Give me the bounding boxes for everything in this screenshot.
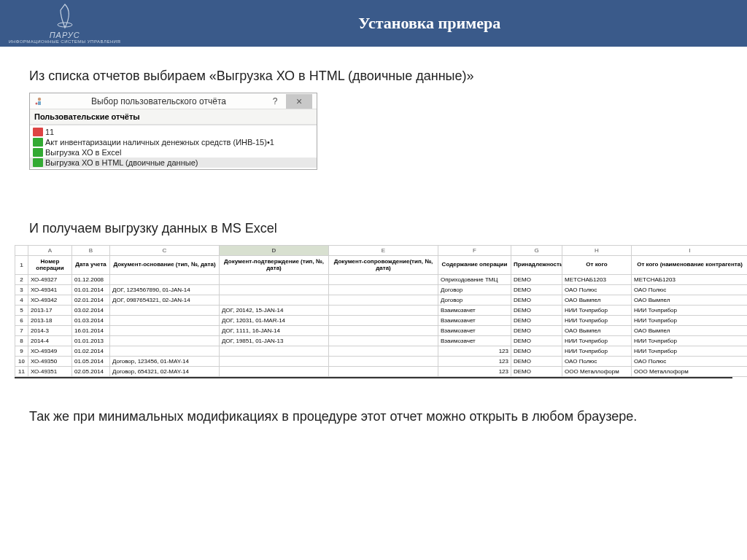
excel-cell[interactable]: DEMO: [511, 346, 562, 357]
excel-cell[interactable]: ОАО Полюс: [632, 357, 748, 367]
excel-cell[interactable]: [329, 357, 438, 367]
excel-cell[interactable]: НИИ Точприбор: [632, 336, 748, 346]
excel-cell[interactable]: 16.01.2014: [72, 326, 110, 336]
excel-cell[interactable]: Взаимозачет: [438, 336, 511, 346]
excel-cell[interactable]: 123: [438, 357, 511, 367]
excel-row-num[interactable]: 5: [15, 306, 28, 316]
excel-cell[interactable]: НИИ Точприбор: [632, 346, 748, 357]
excel-cell[interactable]: Взаимозачет: [438, 306, 511, 316]
excel-col-d[interactable]: D: [220, 246, 329, 256]
excel-cell[interactable]: ОАО Вымпел: [562, 295, 632, 306]
excel-cell[interactable]: ОАО Вымпел: [632, 326, 748, 336]
excel-cell[interactable]: МЕТСНАБ1203: [562, 275, 632, 285]
excel-cell[interactable]: 03.02.2014: [72, 306, 110, 316]
excel-cell[interactable]: ДОГ, 12031, 01-MAR-14: [220, 316, 329, 326]
excel-row-num[interactable]: 8: [15, 336, 28, 346]
excel-cell[interactable]: [220, 346, 329, 357]
excel-cell[interactable]: ОАО Полюс: [632, 285, 748, 295]
excel-cell[interactable]: DEMO: [511, 306, 562, 316]
excel-cell[interactable]: ОАО Вымпел: [562, 326, 632, 336]
excel-cell[interactable]: ОАО Полюс: [562, 285, 632, 295]
excel-cell[interactable]: ОАО Вымпел: [632, 295, 748, 306]
excel-cell[interactable]: ХО-49327: [28, 275, 72, 285]
excel-cell[interactable]: Договор: [438, 295, 511, 306]
dialog-close-button[interactable]: ×: [286, 94, 312, 109]
excel-cell[interactable]: Договор, 123456, 01-MAY-14: [110, 357, 220, 367]
excel-cell[interactable]: 123: [438, 367, 511, 377]
excel-cell[interactable]: [110, 346, 220, 357]
excel-col-f[interactable]: F: [438, 246, 511, 256]
excel-cell[interactable]: ООО Металлоформ: [632, 367, 748, 377]
excel-cell[interactable]: ХО-49350: [28, 357, 72, 367]
excel-cell[interactable]: 01.05.2014: [72, 357, 110, 367]
report-item[interactable]: Выгрузка ХО в Excel: [30, 147, 317, 158]
excel-cell[interactable]: [110, 326, 220, 336]
excel-cell[interactable]: [110, 336, 220, 346]
excel-cell[interactable]: ДОГ, 20142, 15-JAN-14: [220, 306, 329, 316]
excel-header-cell[interactable]: Документ-подтверждение (тип, №, дата): [220, 256, 329, 275]
excel-header-cell[interactable]: Принадлежность: [511, 256, 562, 275]
excel-row-num[interactable]: 3: [15, 285, 28, 295]
excel-cell[interactable]: НИИ Точприбор: [562, 346, 632, 357]
excel-header-cell[interactable]: Содержание операции: [438, 256, 511, 275]
excel-cell[interactable]: DEMO: [511, 275, 562, 285]
excel-row-num[interactable]: 9: [15, 346, 28, 357]
excel-row-num[interactable]: 11: [15, 367, 28, 377]
excel-cell[interactable]: [329, 275, 438, 285]
excel-cell[interactable]: [329, 316, 438, 326]
excel-cell[interactable]: [329, 336, 438, 346]
excel-row-num[interactable]: 2: [15, 275, 28, 285]
excel-row-num[interactable]: 10: [15, 357, 28, 367]
excel-cell[interactable]: [329, 326, 438, 336]
excel-cell[interactable]: ОАО Полюс: [562, 357, 632, 367]
excel-cell[interactable]: 01.01.2013: [72, 336, 110, 346]
report-item[interactable]: Акт инвентаризации наличных денежных сре…: [30, 137, 317, 147]
report-item-selected[interactable]: Выгрузка ХО в HTML (двоичные данные): [30, 158, 317, 168]
excel-cell[interactable]: 02.01.2014: [72, 295, 110, 306]
excel-col-h[interactable]: H: [562, 246, 632, 256]
excel-cell[interactable]: [329, 306, 438, 316]
excel-cell[interactable]: ДОГ, 1234567890, 01-JAN-14: [110, 285, 220, 295]
excel-cell[interactable]: ХО-49349: [28, 346, 72, 357]
excel-cell[interactable]: ХО-49351: [28, 367, 72, 377]
excel-cell[interactable]: DEMO: [511, 316, 562, 326]
excel-cell[interactable]: [220, 367, 329, 377]
excel-row-num[interactable]: 6: [15, 316, 28, 326]
excel-cell[interactable]: DEMO: [511, 336, 562, 346]
excel-cell[interactable]: НИИ Точприбор: [562, 336, 632, 346]
excel-cell[interactable]: 01.03.2014: [72, 316, 110, 326]
excel-header-cell[interactable]: Номер операции: [28, 256, 72, 275]
excel-cell[interactable]: 123: [438, 346, 511, 357]
excel-cell[interactable]: [110, 306, 220, 316]
excel-cell[interactable]: НИИ Точприбор: [632, 306, 748, 316]
excel-header-cell[interactable]: От кого: [562, 256, 632, 275]
excel-cell[interactable]: DEMO: [511, 285, 562, 295]
excel-col-i[interactable]: I: [632, 246, 748, 256]
excel-cell[interactable]: 01.12.2008: [72, 275, 110, 285]
excel-cell[interactable]: Договор, 654321, 02-MAY-14: [110, 367, 220, 377]
excel-cell[interactable]: 2014-3: [28, 326, 72, 336]
excel-cell[interactable]: DEMO: [511, 357, 562, 367]
excel-cell[interactable]: Договор: [438, 285, 511, 295]
excel-header-cell[interactable]: От кого (наименование контрагента): [632, 256, 748, 275]
excel-row-num[interactable]: 7: [15, 326, 28, 336]
excel-cell[interactable]: Взаимозачет: [438, 316, 511, 326]
excel-cell[interactable]: ДОГ, 1111, 16-JAN-14: [220, 326, 329, 336]
excel-cell[interactable]: [220, 295, 329, 306]
excel-cell[interactable]: [110, 316, 220, 326]
excel-cell[interactable]: DEMO: [511, 295, 562, 306]
excel-col-a[interactable]: A: [28, 246, 72, 256]
excel-cell[interactable]: [110, 275, 220, 285]
excel-cell[interactable]: DEMO: [511, 367, 562, 377]
excel-cell[interactable]: 2013-17: [28, 306, 72, 316]
excel-cell[interactable]: 2014-4: [28, 336, 72, 346]
excel-cell[interactable]: Оприходование ТМЦ: [438, 275, 511, 285]
excel-cell[interactable]: ХО-49342: [28, 295, 72, 306]
excel-col-e[interactable]: E: [329, 246, 438, 256]
excel-header-cell[interactable]: Документ-сопровождение(тип, №, дата): [329, 256, 438, 275]
excel-cell[interactable]: [329, 367, 438, 377]
excel-cell[interactable]: 01.02.2014: [72, 346, 110, 357]
excel-cell[interactable]: [220, 357, 329, 367]
excel-cell[interactable]: [220, 275, 329, 285]
excel-header-cell[interactable]: Документ-основание (тип, №, дата): [110, 256, 220, 275]
